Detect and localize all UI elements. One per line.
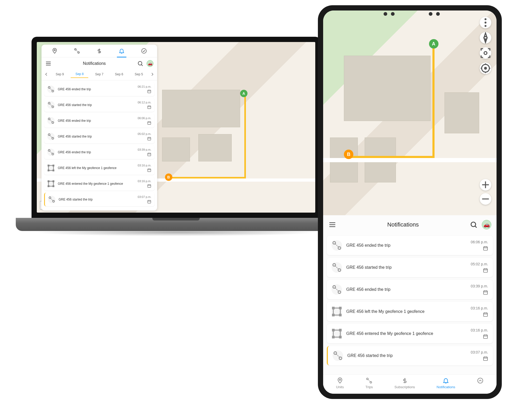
notification-item[interactable]: GRE 456 started the trip 05:02 p.m. bbox=[327, 258, 493, 277]
tab-units[interactable]: Units bbox=[336, 377, 344, 389]
calendar-icon[interactable] bbox=[483, 268, 488, 273]
notification-text: GRE 456 started the trip bbox=[59, 198, 138, 201]
svg-rect-45 bbox=[148, 169, 151, 172]
svg-point-126 bbox=[339, 379, 340, 380]
search-icon[interactable] bbox=[470, 221, 478, 229]
pin-icon[interactable] bbox=[51, 48, 58, 54]
notification-item[interactable]: GRE 456 left the My geofence 1 geofence … bbox=[44, 161, 154, 175]
tab-more[interactable] bbox=[477, 377, 484, 389]
calendar-icon[interactable] bbox=[483, 334, 488, 339]
calendar-icon[interactable] bbox=[147, 168, 151, 172]
calendar-icon[interactable] bbox=[147, 199, 151, 204]
notification-item[interactable]: GRE 456 started the trip 03:07 p.m. bbox=[327, 346, 493, 365]
notification-item[interactable]: GRE 456 ended the trip 06:06 p.m. bbox=[327, 236, 493, 255]
vehicle-status-icon[interactable]: 🚗 bbox=[482, 220, 491, 229]
svg-rect-122 bbox=[484, 357, 488, 360]
notification-item[interactable]: GRE 456 started the trip 06:12 p.m. bbox=[44, 98, 154, 112]
tab-label: Units bbox=[336, 385, 344, 389]
bell-icon[interactable] bbox=[118, 48, 125, 54]
notification-item[interactable]: GRE 456 started the trip 03:07 p.m. bbox=[44, 193, 154, 206]
date-tab[interactable]: Sep 9 bbox=[51, 71, 69, 78]
notification-item[interactable]: GRE 456 entered the My geofence 1 geofen… bbox=[327, 324, 493, 343]
trip-icon bbox=[47, 149, 55, 156]
notification-time: 03:07 p.m. bbox=[138, 195, 151, 198]
svg-line-83 bbox=[475, 226, 477, 228]
svg-rect-115 bbox=[339, 336, 341, 338]
notification-item[interactable]: GRE 456 entered the My geofence 1 geofen… bbox=[44, 177, 154, 191]
panel-title: Notifications bbox=[55, 61, 134, 66]
tab-trips[interactable]: Trips bbox=[365, 377, 373, 389]
calendar-icon[interactable] bbox=[147, 121, 151, 125]
svg-point-8 bbox=[138, 61, 142, 65]
map-marker-a[interactable]: A bbox=[240, 90, 247, 97]
date-prev-icon[interactable] bbox=[44, 72, 49, 77]
dollar-icon[interactable] bbox=[96, 48, 102, 54]
svg-point-17 bbox=[52, 106, 54, 108]
date-tab[interactable]: Sep 7 bbox=[90, 71, 108, 78]
notification-item[interactable]: GRE 456 left the My geofence 1 geofence … bbox=[327, 302, 493, 321]
notification-item[interactable]: GRE 456 started the trip 05:02 p.m. bbox=[44, 130, 154, 143]
svg-rect-60 bbox=[148, 200, 151, 203]
svg-rect-103 bbox=[332, 307, 334, 309]
calendar-icon[interactable] bbox=[483, 246, 488, 251]
menu-icon[interactable] bbox=[328, 221, 336, 229]
compass-icon[interactable] bbox=[480, 32, 491, 44]
trip-icon bbox=[47, 86, 55, 93]
tab-notifications[interactable]: Notifications bbox=[437, 377, 455, 389]
calendar-icon[interactable] bbox=[147, 105, 151, 109]
svg-marker-68 bbox=[484, 38, 487, 43]
notification-item[interactable]: GRE 456 ended the trip 06:06 p.m. bbox=[44, 114, 154, 128]
svg-rect-30 bbox=[148, 137, 151, 140]
svg-rect-92 bbox=[484, 269, 488, 272]
calendar-icon[interactable] bbox=[483, 356, 488, 361]
notification-item[interactable]: GRE 456 ended the trip 06:21 p.m. bbox=[44, 82, 154, 96]
svg-rect-114 bbox=[332, 336, 334, 338]
phone-map[interactable]: A B bbox=[323, 10, 497, 215]
svg-line-9 bbox=[142, 65, 143, 66]
svg-point-121 bbox=[339, 357, 342, 360]
focus-icon[interactable] bbox=[480, 47, 491, 59]
trip-icon bbox=[333, 350, 343, 361]
search-icon[interactable] bbox=[137, 60, 143, 67]
map-marker-b[interactable]: B bbox=[165, 173, 172, 181]
locate-icon[interactable] bbox=[480, 62, 491, 74]
zoom-in-icon[interactable] bbox=[480, 179, 491, 191]
vehicle-status-icon[interactable]: 🚗 bbox=[147, 60, 153, 67]
notification-item[interactable]: GRE 456 ended the trip 03:39 p.m. bbox=[327, 280, 493, 299]
calendar-icon[interactable] bbox=[147, 152, 151, 156]
menu-icon[interactable] bbox=[45, 60, 51, 67]
calendar-icon[interactable] bbox=[147, 184, 151, 188]
more-icon[interactable] bbox=[480, 17, 491, 28]
svg-rect-86 bbox=[484, 247, 488, 250]
calendar-icon[interactable] bbox=[483, 290, 488, 295]
date-next-icon[interactable] bbox=[150, 72, 155, 77]
calendar-icon[interactable] bbox=[147, 89, 151, 93]
trip-icon bbox=[332, 262, 342, 273]
svg-rect-42 bbox=[53, 165, 54, 166]
notification-item[interactable]: GRE 456 ended the trip 03:39 p.m. bbox=[44, 145, 154, 159]
trip-icon[interactable] bbox=[74, 48, 80, 54]
svg-point-0 bbox=[54, 50, 55, 51]
map-marker-a[interactable]: A bbox=[429, 39, 438, 49]
calendar-icon[interactable] bbox=[483, 312, 488, 317]
svg-rect-54 bbox=[148, 185, 151, 187]
svg-rect-43 bbox=[48, 170, 49, 171]
date-tab[interactable]: Sep 5 bbox=[130, 71, 148, 78]
date-tab[interactable]: Sep 6 bbox=[110, 71, 128, 78]
zoom-out-icon[interactable] bbox=[480, 193, 491, 205]
svg-point-4 bbox=[142, 49, 146, 53]
date-tab[interactable]: Sep 8 bbox=[71, 71, 88, 78]
calendar-icon[interactable] bbox=[147, 136, 151, 141]
geofence-icon bbox=[47, 164, 55, 172]
notification-text: GRE 456 entered the My geofence 1 geofen… bbox=[346, 331, 471, 336]
svg-rect-105 bbox=[332, 314, 334, 316]
svg-point-28 bbox=[48, 134, 50, 136]
check-icon[interactable] bbox=[141, 48, 147, 54]
trip-icon bbox=[47, 101, 55, 109]
notification-text: GRE 456 ended the trip bbox=[346, 287, 471, 292]
geofence-icon bbox=[47, 180, 55, 187]
tab-subscriptions[interactable]: Subscriptions bbox=[395, 377, 415, 389]
phone-notifications-panel: Notifications 🚗 GRE 456 ended the trip 0… bbox=[323, 215, 497, 394]
laptop-device: A B 30 m 100 ft Notifications 🚗 S bbox=[16, 37, 336, 236]
phone-device: A B Notifications 🚗 GRE 456 bbox=[318, 5, 502, 399]
